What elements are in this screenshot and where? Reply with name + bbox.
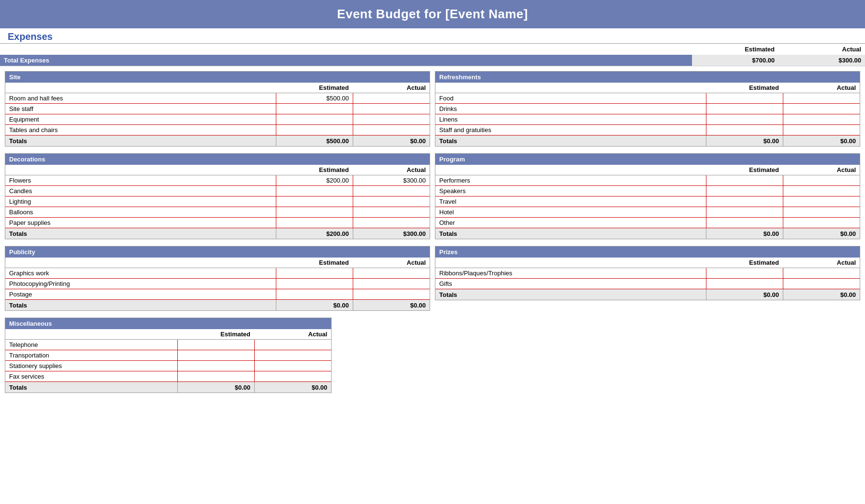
ref-col-actual: Actual <box>783 83 860 93</box>
site-totals-actual: $0.00 <box>353 135 430 146</box>
pub-row-1: Photocopying/Printing <box>5 279 430 289</box>
ref-row-1-estimated <box>706 104 783 114</box>
site-row-2-label: Equipment <box>5 114 276 124</box>
prog-row-4-label: Other <box>435 218 706 228</box>
summary-actual-header: Actual <box>778 44 865 55</box>
misc-totals-estimated: $0.00 <box>177 382 254 393</box>
misc-row-0-label: Telephone <box>5 340 177 350</box>
publicity-col-headers: Estimated Actual <box>5 258 430 268</box>
prog-row-0-actual <box>783 175 860 185</box>
ref-row-1-actual <box>783 104 860 114</box>
refreshments-col-headers: Estimated Actual <box>435 83 860 93</box>
misc-row-3-actual <box>254 371 331 381</box>
site-row-3-actual <box>353 125 430 135</box>
dec-col-estimated: Estimated <box>276 165 353 175</box>
pri-row-0-actual <box>783 268 860 278</box>
ref-row-2-actual <box>783 114 860 124</box>
dec-row-2-label: Lighting <box>5 197 276 207</box>
pub-totals-row: Totals $0.00 $0.00 <box>5 300 430 310</box>
publicity-header: Publicity <box>5 246 430 258</box>
misc-totals-actual: $0.00 <box>254 382 331 393</box>
pub-row-1-estimated <box>276 279 353 289</box>
ref-row-2-estimated <box>706 114 783 124</box>
prog-row-4-actual <box>783 218 860 228</box>
dec-row-1-estimated <box>276 186 353 196</box>
pub-row-0-label: Graphics work <box>5 268 276 278</box>
pri-row-1: Gifts <box>435 279 860 289</box>
prog-row-3-actual <box>783 207 860 217</box>
site-row-1-actual <box>353 104 430 114</box>
dec-totals-actual: $300.00 <box>353 228 430 239</box>
prog-row-2: Travel <box>435 197 860 207</box>
pub-row-2-label: Postage <box>5 289 276 299</box>
dec-row-4-label: Paper supplies <box>5 218 276 228</box>
dec-totals-label: Totals <box>5 228 276 239</box>
pub-col-label-spacer <box>5 258 276 268</box>
prog-row-3-estimated <box>706 207 783 217</box>
misc-totals-label: Totals <box>5 382 177 393</box>
prog-row-1-label: Speakers <box>435 186 706 196</box>
expenses-title: Expenses <box>0 28 865 43</box>
decorations-col-headers: Estimated Actual <box>5 165 430 175</box>
site-row-0: Room and hall fees $500.00 <box>5 93 430 104</box>
misc-row-1-actual <box>254 350 331 360</box>
ref-totals-estimated: $0.00 <box>706 135 783 146</box>
publicity-section: Publicity Estimated Actual Graphics work… <box>5 246 430 311</box>
site-row-3-estimated <box>276 125 353 135</box>
prog-totals-label: Totals <box>435 228 706 239</box>
pub-row-1-label: Photocopying/Printing <box>5 279 276 289</box>
misc-col-headers: Estimated Actual <box>5 329 331 340</box>
pub-row-0: Graphics work <box>5 268 430 279</box>
program-section: Program Estimated Actual Performers Spea… <box>435 153 860 239</box>
dec-row-1-actual <box>353 186 430 196</box>
ref-row-2-label: Linens <box>435 114 706 124</box>
pri-totals-label: Totals <box>435 289 706 300</box>
prog-row-0: Performers <box>435 175 860 186</box>
pri-totals-row: Totals $0.00 $0.00 <box>435 289 860 300</box>
prog-row-0-label: Performers <box>435 175 706 185</box>
site-col-estimated: Estimated <box>276 83 353 93</box>
ref-col-label-spacer <box>435 83 706 93</box>
pri-col-label-spacer <box>435 258 706 268</box>
prog-totals-row: Totals $0.00 $0.00 <box>435 228 860 239</box>
ref-row-2: Linens <box>435 114 860 125</box>
ref-row-3-actual <box>783 125 860 135</box>
pub-totals-actual: $0.00 <box>353 300 430 310</box>
misc-row-3-estimated <box>177 371 254 381</box>
decorations-header: Decorations <box>5 154 430 165</box>
pub-row-0-estimated <box>276 268 353 278</box>
dec-totals-row: Totals $200.00 $300.00 <box>5 228 430 239</box>
misc-header: Miscellaneous <box>5 318 331 329</box>
misc-row-2-label: Stationery supplies <box>5 361 177 371</box>
site-row-3: Tables and chairs <box>5 125 430 135</box>
misc-wrapper: Miscellaneous Estimated Actual Telephone… <box>0 318 865 406</box>
site-totals-estimated: $500.00 <box>276 135 353 146</box>
ref-row-0-actual <box>783 93 860 103</box>
miscellaneous-section: Miscellaneous Estimated Actual Telephone… <box>5 318 332 393</box>
pub-row-2: Postage <box>5 289 430 300</box>
col-left: Site Estimated Actual Room and hall fees… <box>5 71 430 318</box>
prog-col-actual: Actual <box>783 165 860 175</box>
ref-col-estimated: Estimated <box>706 83 783 93</box>
misc-row-2-actual <box>254 361 331 371</box>
ref-row-1-label: Drinks <box>435 104 706 114</box>
misc-col-estimated: Estimated <box>177 329 254 339</box>
dec-row-3: Balloons <box>5 207 430 218</box>
misc-col-actual: Actual <box>254 329 331 339</box>
prog-row-2-actual <box>783 197 860 207</box>
site-row-0-label: Room and hall fees <box>5 93 276 103</box>
pub-row-0-actual <box>353 268 430 278</box>
site-section: Site Estimated Actual Room and hall fees… <box>5 71 430 147</box>
prog-row-2-estimated <box>706 197 783 207</box>
prog-row-4-estimated <box>706 218 783 228</box>
misc-row-1: Transportation <box>5 350 331 361</box>
ref-row-0: Food <box>435 93 860 104</box>
site-row-3-label: Tables and chairs <box>5 125 276 135</box>
dec-row-4-estimated <box>276 218 353 228</box>
pri-col-estimated: Estimated <box>706 258 783 268</box>
ref-row-1: Drinks <box>435 104 860 114</box>
header-bar: Event Budget for [Event Name] <box>0 0 865 28</box>
ref-row-0-label: Food <box>435 93 706 103</box>
dec-row-3-estimated <box>276 207 353 217</box>
program-header: Program <box>435 154 860 165</box>
